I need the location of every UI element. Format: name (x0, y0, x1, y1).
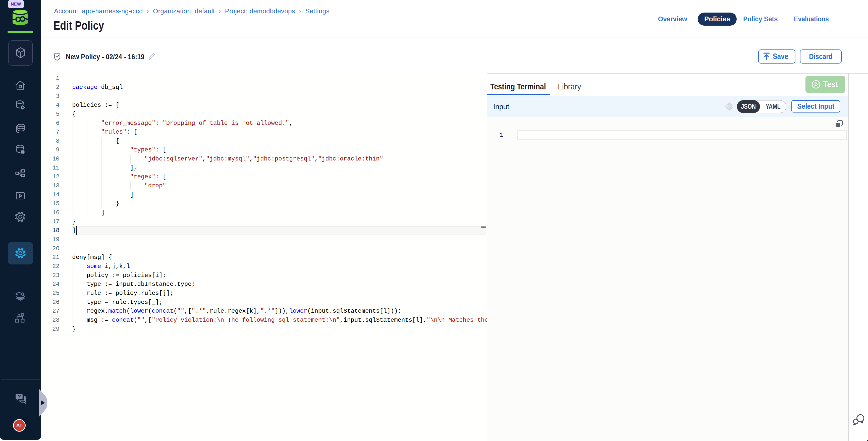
svg-text:</>: </> (726, 104, 733, 109)
svg-text:?: ? (18, 394, 21, 399)
